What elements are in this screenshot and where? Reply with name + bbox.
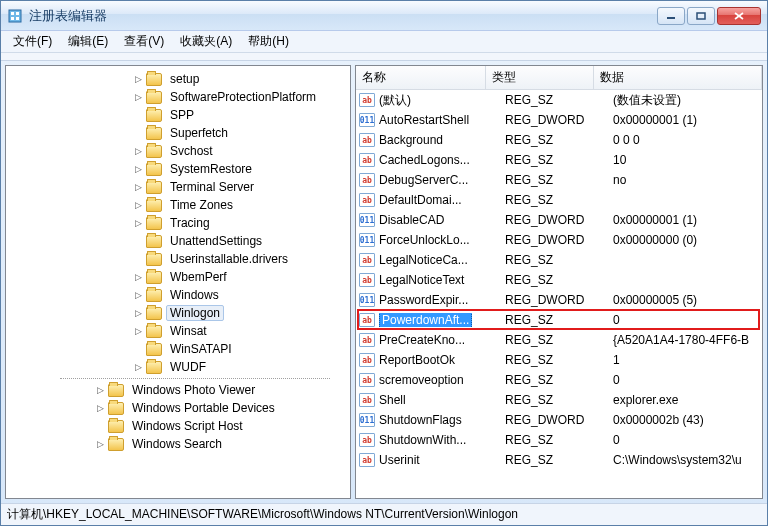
tree-item[interactable]: ▷Time Zones (12, 196, 350, 214)
list-row[interactable]: ab(默认)REG_SZ(数值未设置) (356, 90, 762, 110)
list-row[interactable]: 011PasswordExpir...REG_DWORD0x00000005 (… (356, 290, 762, 310)
tree-item[interactable]: ▷Svchost (12, 142, 350, 160)
list-body: ab(默认)REG_SZ(数值未设置)011AutoRestartShellRE… (356, 90, 762, 470)
folder-icon (146, 253, 162, 266)
tree-item-label: Time Zones (166, 197, 237, 213)
minimize-button[interactable] (657, 7, 685, 25)
expander-icon[interactable]: ▷ (132, 361, 144, 373)
list-row[interactable]: abShellREG_SZexplorer.exe (356, 390, 762, 410)
list-row[interactable]: abDebugServerC...REG_SZno (356, 170, 762, 190)
string-value-icon: ab (359, 193, 375, 207)
statusbar: 计算机\HKEY_LOCAL_MACHINE\SOFTWARE\Microsof… (1, 503, 767, 525)
cell-name: AutoRestartShell (379, 113, 505, 127)
list-row[interactable]: abPreCreateKno...REG_SZ{A520A1A4-1780-4F… (356, 330, 762, 350)
expander-icon[interactable]: ▷ (94, 438, 106, 450)
tree-item[interactable]: ▷Winlogon (12, 304, 350, 322)
column-header-name[interactable]: 名称 (356, 66, 486, 89)
tree-item[interactable]: ▷SystemRestore (12, 160, 350, 178)
expander-icon[interactable]: ▷ (94, 384, 106, 396)
tree-item-label: Winlogon (166, 305, 224, 321)
string-value-icon: ab (359, 133, 375, 147)
expander-icon[interactable]: ▷ (132, 145, 144, 157)
menu-edit[interactable]: 编辑(E) (60, 31, 116, 52)
expander-icon[interactable]: ▷ (132, 91, 144, 103)
cell-name: (默认) (379, 92, 505, 109)
tree-item[interactable]: ▷WUDF (12, 358, 350, 376)
menu-help[interactable]: 帮助(H) (240, 31, 297, 52)
expander-icon[interactable]: ▷ (132, 163, 144, 175)
menu-favorites[interactable]: 收藏夹(A) (172, 31, 240, 52)
window-title: 注册表编辑器 (29, 7, 657, 25)
list-row[interactable]: 011AutoRestartShellREG_DWORD0x00000001 (… (356, 110, 762, 130)
cell-data: {A520A1A4-1780-4FF6-B (613, 333, 762, 347)
list-pane[interactable]: 名称 类型 数据 ab(默认)REG_SZ(数值未设置)011AutoResta… (355, 65, 763, 499)
list-row[interactable]: abUserinitREG_SZC:\Windows\system32\u (356, 450, 762, 470)
list-row[interactable]: 011ForceUnlockLo...REG_DWORD0x00000000 (… (356, 230, 762, 250)
tree-item[interactable]: WinSATAPI (12, 340, 350, 358)
cell-type: REG_SZ (505, 173, 613, 187)
expander-icon[interactable]: ▷ (132, 181, 144, 193)
tree-item-label: setup (166, 71, 203, 87)
expander-icon[interactable]: ▷ (132, 217, 144, 229)
list-row[interactable]: abscremoveoptionREG_SZ0 (356, 370, 762, 390)
expander-icon[interactable]: ▷ (132, 73, 144, 85)
tree-pane[interactable]: ▷setup▷SoftwareProtectionPlatformSPPSupe… (5, 65, 351, 499)
tree-item[interactable]: ▷WbemPerf (12, 268, 350, 286)
expander-icon[interactable]: ▷ (132, 325, 144, 337)
string-value-icon: ab (359, 93, 375, 107)
close-button[interactable] (717, 7, 761, 25)
cell-type: REG_SZ (505, 193, 613, 207)
titlebar[interactable]: 注册表编辑器 (1, 1, 767, 31)
tree-item[interactable]: Windows Script Host (12, 417, 350, 435)
string-value-icon: ab (359, 153, 375, 167)
tree-item[interactable]: Superfetch (12, 124, 350, 142)
list-row[interactable]: abCachedLogons...REG_SZ10 (356, 150, 762, 170)
folder-icon (146, 109, 162, 122)
expander-icon[interactable]: ▷ (132, 271, 144, 283)
column-header-data[interactable]: 数据 (594, 66, 762, 89)
cell-name: PreCreateKno... (379, 333, 505, 347)
tree-separator (60, 378, 330, 379)
tree-item-label: Svchost (166, 143, 217, 159)
expander-icon[interactable]: ▷ (132, 289, 144, 301)
list-row[interactable]: abDefaultDomai...REG_SZ (356, 190, 762, 210)
cell-type: REG_SZ (505, 93, 613, 107)
tree-item[interactable]: ▷Tracing (12, 214, 350, 232)
tree-item[interactable]: UnattendSettings (12, 232, 350, 250)
list-row[interactable]: 011ShutdownFlagsREG_DWORD0x0000002b (43) (356, 410, 762, 430)
tree-item[interactable]: ▷Windows Portable Devices (12, 399, 350, 417)
tree-item-label: SoftwareProtectionPlatform (166, 89, 320, 105)
tree-view[interactable]: ▷setup▷SoftwareProtectionPlatformSPPSupe… (6, 66, 350, 457)
tree-item-label: Windows Photo Viewer (128, 382, 259, 398)
list-row[interactable]: abShutdownWith...REG_SZ0 (356, 430, 762, 450)
menu-view[interactable]: 查看(V) (116, 31, 172, 52)
menu-file[interactable]: 文件(F) (5, 31, 60, 52)
maximize-button[interactable] (687, 7, 715, 25)
cell-name: CachedLogons... (379, 153, 505, 167)
tree-item[interactable]: ▷setup (12, 70, 350, 88)
expander-icon[interactable]: ▷ (94, 402, 106, 414)
cell-name: DebugServerC... (379, 173, 505, 187)
tree-item[interactable]: Userinstallable.drivers (12, 250, 350, 268)
tree-item[interactable]: ▷Windows Photo Viewer (12, 381, 350, 399)
folder-icon (108, 420, 124, 433)
expander-icon[interactable]: ▷ (132, 307, 144, 319)
list-row[interactable]: abLegalNoticeCa...REG_SZ (356, 250, 762, 270)
list-row[interactable]: abBackgroundREG_SZ0 0 0 (356, 130, 762, 150)
tree-item-label: Terminal Server (166, 179, 258, 195)
list-row[interactable]: abReportBootOkREG_SZ1 (356, 350, 762, 370)
expander-icon[interactable]: ▷ (132, 199, 144, 211)
list-row[interactable]: 011DisableCADREG_DWORD0x00000001 (1) (356, 210, 762, 230)
cell-type: REG_DWORD (505, 233, 613, 247)
list-row[interactable]: abLegalNoticeTextREG_SZ (356, 270, 762, 290)
column-header-type[interactable]: 类型 (486, 66, 594, 89)
tree-item[interactable]: ▷Winsat (12, 322, 350, 340)
expander-icon (132, 109, 144, 121)
client-area: ▷setup▷SoftwareProtectionPlatformSPPSupe… (1, 61, 767, 503)
tree-item[interactable]: ▷Windows (12, 286, 350, 304)
tree-item[interactable]: ▷Windows Search (12, 435, 350, 453)
tree-item[interactable]: ▷SoftwareProtectionPlatform (12, 88, 350, 106)
tree-item[interactable]: SPP (12, 106, 350, 124)
folder-icon (146, 91, 162, 104)
tree-item[interactable]: ▷Terminal Server (12, 178, 350, 196)
